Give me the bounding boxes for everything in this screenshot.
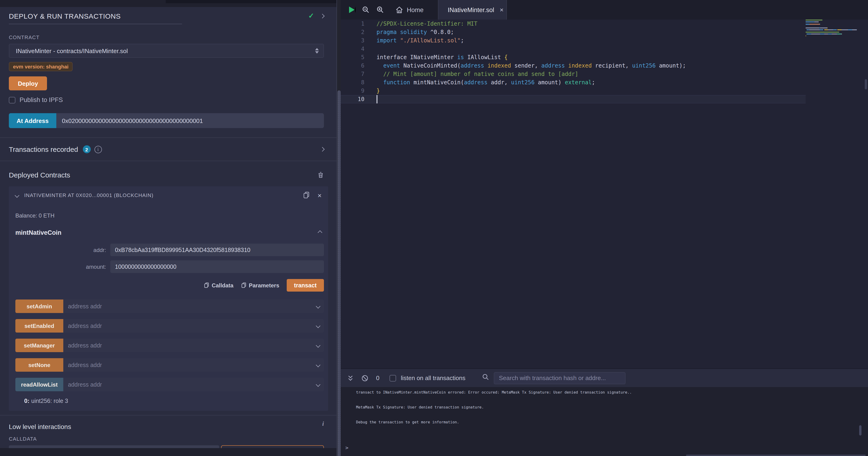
instance-expand-chevron-icon[interactable] bbox=[15, 193, 19, 198]
expand-function-chevron-icon[interactable] bbox=[312, 305, 324, 308]
amount-field-input[interactable] bbox=[110, 260, 324, 273]
transactions-recorded-row[interactable]: Transactions recorded 2 i bbox=[0, 138, 337, 161]
tab-file-label: INativeMinter.sol bbox=[448, 6, 494, 13]
contract-select[interactable]: INativeMinter - contracts/INativeMinter.… bbox=[9, 44, 324, 58]
read-output: 0:uint256: role 3 bbox=[24, 398, 328, 404]
at-address-input[interactable] bbox=[56, 113, 324, 128]
code-line: pragma solidity ^0.8.0; bbox=[376, 28, 803, 36]
low-level-info-icon[interactable]: i bbox=[322, 420, 324, 428]
transactions-count-badge: 2 bbox=[83, 145, 91, 153]
setNone-button[interactable]: setNone bbox=[16, 358, 63, 372]
home-icon bbox=[396, 6, 403, 13]
terminal-search-input[interactable] bbox=[494, 372, 625, 384]
panel-title: DEPLOY & RUN TRANSACTIONS bbox=[9, 12, 308, 20]
function-arg-input[interactable] bbox=[63, 300, 312, 313]
method-collapse-chevron-icon[interactable] bbox=[318, 230, 322, 235]
remix-ide-window: DEPLOY & RUN TRANSACTIONS ✓ CONTRACT INa… bbox=[0, 0, 868, 456]
function-list: setAdmin setEnabled setManager setNone r… bbox=[9, 300, 328, 391]
terminal-prompt: > bbox=[345, 445, 348, 451]
copy-parameters-button[interactable]: Parameters bbox=[241, 282, 279, 289]
text-cursor bbox=[376, 95, 377, 104]
function-row: setManager bbox=[16, 339, 324, 352]
editor-tabbar: Home INativeMinter.sol × bbox=[341, 0, 868, 20]
terminal-hscrollbar[interactable] bbox=[686, 455, 866, 456]
listen-transactions-checkbox[interactable] bbox=[390, 375, 396, 381]
low-level-title: Low level interactions bbox=[9, 423, 322, 430]
publish-ipfs-checkbox[interactable] bbox=[9, 97, 16, 103]
terminal-collapse-double-chevron-icon[interactable] bbox=[347, 374, 354, 382]
zoom-in-icon[interactable] bbox=[376, 6, 384, 15]
low-level-transact-button[interactable]: Transact bbox=[221, 445, 324, 448]
copy-address-icon[interactable] bbox=[303, 192, 310, 199]
expand-function-chevron-icon[interactable] bbox=[312, 383, 324, 386]
terminal-logs: transact to INativeMinter.mintNativeCoin… bbox=[341, 387, 868, 424]
function-row: setNone bbox=[16, 358, 324, 372]
calldata-label: CALLDATA bbox=[9, 436, 337, 441]
function-arg-input[interactable] bbox=[63, 319, 312, 333]
function-row: setEnabled bbox=[16, 319, 324, 333]
code-content: //SPDX-License-Identifier: MITpragma sol… bbox=[376, 20, 803, 104]
function-arg-input[interactable] bbox=[63, 378, 312, 391]
clear-console-ban-icon[interactable] bbox=[361, 374, 369, 382]
editor-scrollbar-thumb[interactable] bbox=[865, 79, 867, 89]
code-line: import "./IAllowList.sol"; bbox=[376, 36, 803, 45]
panel-resize-gutter[interactable] bbox=[337, 0, 340, 456]
setEnabled-button[interactable]: setEnabled bbox=[16, 319, 63, 333]
copy-calldata-button[interactable]: Calldata bbox=[204, 282, 234, 289]
code-editor[interactable]: 12345678910 //SPDX-License-Identifier: M… bbox=[341, 20, 868, 368]
code-line: } bbox=[376, 87, 803, 95]
terminal-vscrollbar-thumb[interactable] bbox=[859, 425, 862, 435]
terminal-log-line: Debug the transaction to get more inform… bbox=[356, 420, 868, 424]
panel-bottom-strip bbox=[0, 448, 337, 456]
info-icon: i bbox=[94, 146, 102, 153]
function-arg-input[interactable] bbox=[63, 339, 312, 352]
calldata-input[interactable] bbox=[9, 445, 219, 448]
copy-calldata-label: Calldata bbox=[212, 282, 234, 289]
terminal-panel: 0 listen on all transactions transact to… bbox=[341, 368, 868, 456]
expand-function-chevron-icon[interactable] bbox=[312, 324, 324, 327]
tab-home[interactable]: Home bbox=[390, 0, 429, 20]
terminal-log-line: transact to INativeMinter.mintNativeCoin… bbox=[356, 390, 868, 395]
panel-collapse-chevron-icon[interactable] bbox=[320, 13, 324, 18]
copy-parameters-label: Parameters bbox=[249, 282, 279, 289]
transact-button[interactable]: transact bbox=[287, 279, 324, 292]
panel-content: DEPLOY & RUN TRANSACTIONS ✓ CONTRACT INa… bbox=[0, 7, 337, 448]
setManager-button[interactable]: setManager bbox=[16, 339, 63, 352]
deploy-run-panel: DEPLOY & RUN TRANSACTIONS ✓ CONTRACT INa… bbox=[0, 0, 337, 456]
transactions-expand-chevron-icon[interactable] bbox=[320, 147, 324, 152]
line-number-gutter: 12345678910 bbox=[341, 20, 365, 104]
deploy-button[interactable]: Deploy bbox=[9, 76, 47, 90]
panel-scrollbar-thumb[interactable] bbox=[337, 90, 340, 456]
title-underline bbox=[9, 24, 182, 24]
deployed-contract-card: INATIVEMINTER AT 0X020...00001 (BLOCKCHA… bbox=[9, 186, 328, 411]
readAllowList-button[interactable]: readAllowList bbox=[16, 378, 63, 391]
at-address-button[interactable]: At Address bbox=[9, 113, 56, 128]
instance-title: INATIVEMINTER AT 0X020...00001 (BLOCKCHA… bbox=[24, 192, 303, 198]
code-line: // Mint [amount] number of native coins … bbox=[376, 70, 803, 78]
trash-icon[interactable] bbox=[317, 171, 324, 178]
setAdmin-button[interactable]: setAdmin bbox=[16, 300, 63, 313]
amount-field-label: amount: bbox=[9, 263, 110, 270]
run-script-play-icon[interactable] bbox=[349, 6, 355, 13]
code-line: event NativeCoinMinted(address indexed s… bbox=[376, 61, 803, 70]
remove-instance-icon[interactable]: × bbox=[317, 191, 321, 199]
tab-inativeminter[interactable]: INativeMinter.sol × bbox=[438, 0, 507, 20]
terminal-header: 0 listen on all transactions bbox=[341, 369, 868, 387]
expand-function-chevron-icon[interactable] bbox=[312, 344, 324, 347]
terminal-body[interactable]: transact to INativeMinter.mintNativeCoin… bbox=[341, 387, 868, 456]
transactions-recorded-label: Transactions recorded bbox=[9, 145, 78, 153]
code-line: //SPDX-License-Identifier: MIT bbox=[376, 20, 803, 28]
zoom-out-icon[interactable] bbox=[362, 6, 370, 15]
addr-field-input[interactable] bbox=[110, 244, 324, 256]
function-arg-input[interactable] bbox=[63, 358, 312, 372]
editor-minimap[interactable] bbox=[806, 20, 863, 368]
read-output-index: 0: bbox=[24, 398, 29, 404]
tab-close-icon[interactable]: × bbox=[500, 6, 503, 13]
search-icon bbox=[482, 374, 489, 382]
pending-tx-count: 0 bbox=[376, 374, 379, 381]
terminal-log-line: MetaMask Tx Signature: User denied trans… bbox=[356, 405, 868, 409]
deployed-contracts-title: Deployed Contracts bbox=[9, 171, 70, 179]
code-line bbox=[376, 95, 803, 104]
expand-function-chevron-icon[interactable] bbox=[312, 363, 324, 367]
select-spinner-icon bbox=[315, 48, 319, 54]
